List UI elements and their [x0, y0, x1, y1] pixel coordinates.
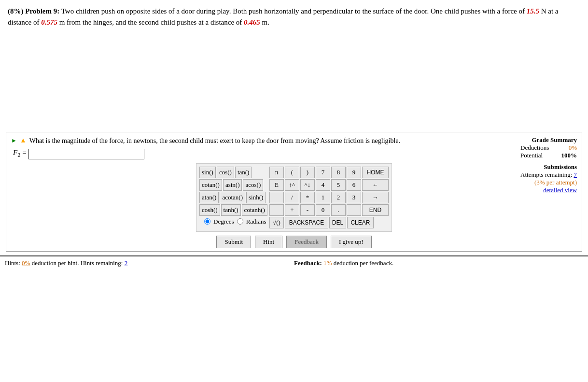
submissions-title: Submissions — [520, 163, 577, 171]
hints-percent: 0% — [22, 259, 30, 267]
distance2: 0.465 — [244, 18, 260, 26]
problem-number: Problem 9: — [25, 7, 59, 15]
sup-down-btn[interactable]: ^↓ — [300, 179, 315, 191]
force-value: 15.5 — [527, 7, 539, 15]
num3-btn[interactable]: 3 — [347, 192, 361, 203]
sinh-btn[interactable]: sinh() — [246, 192, 266, 203]
f2-label: F2 = — [13, 149, 27, 159]
feedback-percent: 1% — [323, 259, 332, 267]
igiveup-button[interactable]: I give up! — [331, 236, 372, 248]
radians-label: Radians — [246, 218, 266, 226]
submit-button[interactable]: Submit — [216, 236, 251, 248]
sup-up-btn[interactable]: ↑^ — [285, 179, 299, 191]
submissions-panel: Submissions Attempts remaining: 7 (3% pe… — [520, 163, 577, 194]
num8-btn[interactable]: 8 — [331, 167, 346, 178]
feedback-button[interactable]: Feedback — [286, 236, 327, 248]
potential-value: 100% — [561, 152, 577, 159]
radians-radio[interactable] — [237, 218, 243, 225]
detailed-link[interactable]: detailed view — [543, 186, 577, 194]
feedback-label: Feedback: — [294, 259, 323, 267]
hints-right: Feedback: 1% deduction per feedback. — [294, 259, 583, 267]
question-text: What is the magnitude of the force, in n… — [29, 136, 400, 146]
num0-btn[interactable]: 0 — [316, 204, 330, 216]
cos-btn[interactable]: cos() — [217, 167, 234, 178]
problem-text-mid2: m from the hinges, and the second child … — [57, 18, 244, 26]
hints-text2: deduction per hint. Hints remaining: — [30, 259, 124, 267]
num2-btn[interactable]: 2 — [331, 192, 346, 203]
home-btn[interactable]: HOME — [362, 167, 389, 178]
clear-btn[interactable]: CLEAR — [347, 217, 374, 228]
potential-label: Potential — [520, 152, 543, 159]
calculator-section: sin() cos() tan() cotan() asin() acos() … — [11, 163, 577, 232]
degrees-label: Degrees — [213, 218, 234, 226]
hints-remaining: 2 — [125, 259, 128, 267]
hints-left: Hints: 0% deduction per hint. Hints rema… — [5, 259, 294, 267]
num5-btn[interactable]: 5 — [331, 179, 346, 191]
left-arrow-btn[interactable]: ← — [362, 179, 389, 191]
cotan-btn[interactable]: cotan() — [199, 179, 222, 191]
feedback-text2: deduction per feedback. — [332, 259, 393, 267]
plus-btn[interactable]: + — [285, 204, 299, 216]
deductions-label: Deductions — [520, 144, 549, 152]
num7-btn[interactable]: 7 — [316, 167, 330, 178]
tanh-btn[interactable]: tanh() — [221, 204, 241, 216]
sin-btn[interactable]: sin() — [199, 167, 216, 178]
multiply-btn[interactable]: * — [300, 192, 315, 203]
num9-btn[interactable]: 9 — [347, 167, 361, 178]
per-attempt: (3% per attempt) — [520, 179, 577, 186]
num4-btn[interactable]: 4 — [316, 179, 330, 191]
pi-btn[interactable]: π — [269, 167, 284, 178]
tan-btn[interactable]: tan() — [235, 167, 252, 178]
backspace-btn[interactable]: BACKSPACE — [285, 217, 328, 228]
cotanh-btn[interactable]: cotanh() — [242, 204, 267, 216]
warning-icon: ▲ — [20, 137, 27, 144]
problem-percent: (8%) — [8, 7, 24, 15]
acotan-btn[interactable]: acotan() — [220, 192, 245, 203]
grade-summary-title: Grade Summary — [520, 136, 577, 144]
degrees-radio[interactable] — [204, 218, 210, 225]
answer-row: F2 = — [13, 149, 577, 159]
deductions-value: 0% — [569, 144, 577, 152]
attempts-label: Attempts remaining: — [520, 171, 572, 178]
grade-summary-panel: Grade Summary Deductions 0% Potential 10… — [520, 136, 577, 194]
hints-label: Hints: — [5, 259, 22, 267]
acos-btn[interactable]: acos() — [243, 179, 263, 191]
num6-btn[interactable]: 6 — [347, 179, 361, 191]
problem-statement: (8%) Problem 9: Two children push on opp… — [0, 0, 588, 31]
cosh-btn[interactable]: cosh() — [199, 204, 220, 216]
empty2-btn[interactable] — [269, 204, 284, 216]
asin-btn[interactable]: asin() — [223, 179, 242, 191]
exp-btn[interactable]: E — [269, 179, 284, 191]
atan-btn[interactable]: atan() — [199, 192, 219, 203]
problem-text-before: Two children push on opposite sides of a… — [61, 7, 527, 15]
divide-btn[interactable]: / — [285, 192, 299, 203]
play-icon: ► — [11, 137, 17, 144]
end-btn[interactable]: END — [362, 204, 389, 216]
lparen-btn[interactable]: ( — [285, 167, 299, 178]
minus-btn[interactable]: - — [300, 204, 315, 216]
empty3-btn[interactable] — [347, 204, 361, 216]
dot-btn[interactable]: . — [331, 204, 346, 216]
distance1: 0.575 — [41, 18, 57, 26]
del-btn[interactable]: DEL — [329, 217, 346, 228]
hints-bar: Hints: 0% deduction per hint. Hints rema… — [0, 255, 588, 270]
sqrt-btn[interactable]: √() — [269, 217, 284, 228]
answer-input[interactable] — [28, 149, 144, 159]
calculator: sin() cos() tan() cotan() asin() acos() … — [196, 163, 392, 232]
rparen-btn[interactable]: ) — [300, 167, 315, 178]
empty1-btn[interactable] — [269, 192, 284, 203]
hint-button[interactable]: Hint — [255, 236, 282, 248]
right-arrow-btn[interactable]: → — [362, 192, 389, 203]
num1-btn[interactable]: 1 — [316, 192, 330, 203]
action-buttons: Submit Hint Feedback I give up! — [11, 236, 577, 248]
attempts-value: 7 — [574, 171, 577, 178]
question-area: ► ▲ What is the magnitude of the force, … — [6, 132, 582, 252]
problem-text-end: m. — [260, 18, 269, 26]
